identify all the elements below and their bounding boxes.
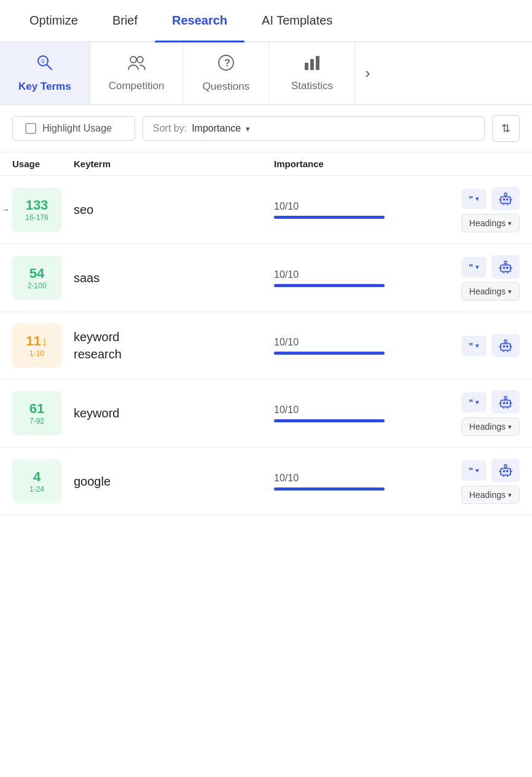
filter-icon-button[interactable]: ⇅ [492,115,520,142]
statistics-label: Statistics [291,80,333,92]
svg-rect-31 [504,340,507,342]
importance-score: 10/10 [274,269,421,280]
usage-badge-saas: 542-100 [12,256,61,300]
usage-count: 54 [29,266,44,282]
quote-button[interactable]: "▾ [461,189,487,209]
importance-bar-bg [274,216,385,219]
action-row-top: "▾ [461,187,520,210]
actions-col: "▾ Headings▾ [421,459,520,504]
quote-button[interactable]: "▾ [461,392,487,412]
importance-score: 10/10 [274,404,421,416]
headings-button[interactable]: Headings▾ [461,486,520,504]
table-row: 542-100saas10/10"▾ Headings▾ [0,244,532,312]
headings-chevron-icon: ▾ [508,219,512,227]
headings-button[interactable]: Headings▾ [461,214,520,232]
ai-button[interactable] [491,459,520,482]
importance-bar-fill [274,419,385,422]
table-body: 13316-176seo10/10"▾ Headings▾542-100saas… [0,176,532,516]
actions-col: "▾ Headings▾ [421,255,520,301]
table-header: Usage Keyterm Importance [0,152,532,176]
sort-value: Importance [192,123,241,134]
quote-button[interactable]: "▾ [461,257,487,277]
usage-badge-seo: 13316-176 [12,187,61,232]
top-nav-tab-optimize[interactable]: Optimize [12,0,95,41]
usage-count: 61 [29,401,44,417]
key-terms-label: Key Terms [18,81,71,93]
ai-button[interactable] [491,390,520,414]
filter-sort-icon: ⇅ [501,122,510,135]
quote-button[interactable]: "▾ [461,460,487,481]
headings-button[interactable]: Headings▾ [461,282,520,301]
highlight-usage-toggle[interactable]: Highlight Usage [12,116,135,141]
keyterm-text: keywordresearch [74,328,274,363]
importance-bar-fill [274,352,385,355]
svg-rect-29 [503,345,505,347]
svg-rect-46 [501,468,510,475]
robot-icon [499,463,512,477]
usage-badge-keyword: 617-92 [12,391,61,435]
keyterm-col: google [61,473,274,490]
importance-col: 10/10 [274,404,421,422]
keyterm-text: saas [74,269,274,286]
svg-line-1 [47,65,52,69]
svg-rect-21 [506,267,508,269]
sub-nav-next-chevron[interactable]: › [355,42,380,104]
keyterm-col: keywordresearch [61,328,274,363]
action-row-top: "▾ [461,334,520,357]
sub-nav: ① Key Terms Competition ? Questions Stat… [0,42,532,105]
sort-dropdown[interactable]: Sort by: Importance ▾ [143,116,485,141]
importance-score: 10/10 [274,201,421,212]
svg-rect-47 [503,470,505,472]
top-nav-tab-brief[interactable]: Brief [95,0,155,41]
quote-chevron-icon: ▾ [475,467,479,475]
col-importance-header: Importance [274,159,421,169]
usage-badge-google: 41-24 [12,459,61,503]
svg-rect-12 [506,199,508,200]
usage-count: 11↓ [26,333,47,349]
svg-rect-13 [504,193,507,195]
ai-button[interactable] [491,187,520,210]
svg-rect-7 [305,63,308,70]
table-row: 11↓1-10keywordresearch10/10"▾ [0,312,532,379]
importance-bar-fill [274,284,385,287]
filter-bar: Highlight Usage Sort by: Importance ▾ ⇅ [0,105,532,152]
quote-button[interactable]: "▾ [461,336,487,356]
svg-rect-10 [501,197,510,203]
headings-chevron-icon: ▾ [508,288,512,296]
importance-col: 10/10 [274,473,421,491]
highlight-checkbox[interactable] [25,123,36,134]
svg-rect-11 [503,199,505,200]
svg-rect-49 [504,465,507,467]
headings-button[interactable]: Headings▾ [461,417,520,436]
headings-label: Headings [469,286,506,296]
svg-rect-30 [506,345,508,347]
importance-score: 10/10 [274,337,421,348]
sub-nav-tab-questions[interactable]: ? Questions [183,42,269,104]
sub-nav-tab-key-terms[interactable]: ① Key Terms [0,42,90,104]
usage-range: 1-24 [29,485,44,494]
questions-label: Questions [203,81,250,93]
ai-button[interactable] [491,255,520,278]
keyterm-text: google [74,473,274,490]
headings-chevron-icon: ▾ [508,491,512,499]
svg-rect-48 [506,470,508,472]
svg-rect-28 [501,344,510,350]
quote-chevron-icon: ▾ [475,195,479,203]
importance-bar-fill [274,487,385,491]
sub-nav-tab-competition[interactable]: Competition [90,42,184,104]
usage-count: 4 [33,469,41,485]
action-row-top: "▾ [461,390,520,414]
headings-label: Headings [469,218,506,228]
sub-nav-tab-statistics[interactable]: Statistics [269,42,355,104]
top-nav-tab-ai-templates[interactable]: AI Templates [244,0,350,41]
headings-label: Headings [469,490,506,500]
top-nav-tab-research[interactable]: Research [155,0,244,41]
keyterm-col: keyword [61,404,274,422]
action-row-top: "▾ [461,459,520,482]
importance-bar-bg [274,487,385,491]
usage-range: 1-10 [29,349,44,358]
competition-label: Competition [109,80,165,92]
actions-col: "▾ [421,334,520,357]
ai-button[interactable] [491,334,520,357]
importance-col: 10/10 [274,201,421,219]
